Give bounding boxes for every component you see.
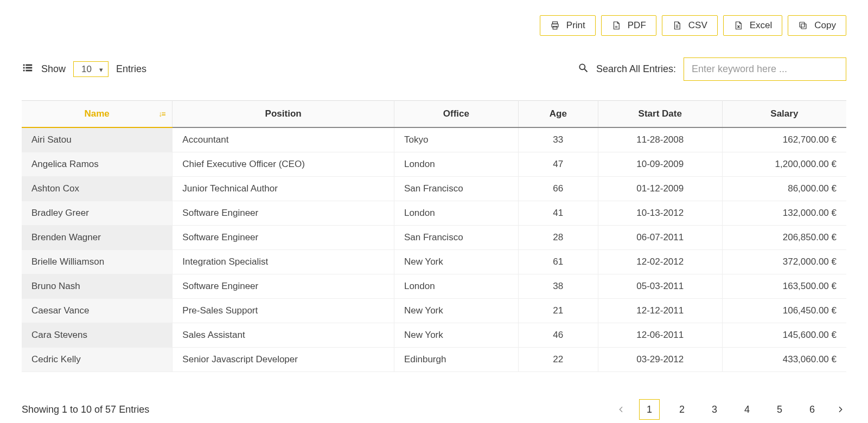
cell-office: London [394,274,518,299]
cell-office: New York [394,323,518,348]
cell-salary: 433,060.00 € [722,348,846,372]
page-number-3[interactable]: 3 [704,399,725,420]
cell-age: 41 [518,201,598,226]
table-row: Cara StevensSales AssistantNew York4612-… [22,323,846,348]
table-row: Caesar VancePre-Sales SupportNew York211… [22,299,846,323]
cell-age: 21 [518,299,598,323]
cell-age: 33 [518,127,598,152]
table-info: Showing 1 to 10 of 57 Entries [22,404,149,415]
cell-age: 47 [518,152,598,177]
excel-label: Excel [750,20,773,31]
cell-office: Tokyo [394,127,518,152]
table-row: Brenden WagnerSoftware EngineerSan Franc… [22,226,846,250]
cell-start-date: 12-06-2011 [598,323,722,348]
list-icon [22,62,34,76]
csv-button[interactable]: CSV [662,15,718,36]
cell-age: 61 [518,250,598,274]
page-number-1[interactable]: 1 [639,399,660,420]
pdf-file-icon [611,21,621,30]
svg-rect-8 [25,67,32,69]
cell-office: Edinburgh [394,348,518,372]
csv-label: CSV [688,20,707,31]
show-label: Show [41,63,66,75]
cell-age: 22 [518,348,598,372]
svg-rect-4 [800,22,805,27]
page-prev[interactable] [615,403,627,415]
cell-position: Junior Technical Author [173,177,394,201]
page-length-select[interactable]: 10 [73,61,108,77]
cell-position: Software Engineer [173,274,394,299]
cell-position: Software Engineer [173,201,394,226]
page-next[interactable] [834,403,846,415]
column-header-name[interactable]: Name ↓≡ [22,101,173,128]
svg-rect-5 [23,65,25,66]
cell-name: Caesar Vance [22,299,173,323]
print-button[interactable]: Print [540,15,596,36]
cell-start-date: 11-28-2008 [598,127,722,152]
cell-start-date: 01-12-2009 [598,177,722,201]
cell-office: London [394,152,518,177]
excel-file-icon [733,21,743,30]
cell-position: Software Engineer [173,226,394,250]
cell-salary: 86,000.00 € [722,177,846,201]
cell-salary: 162,700.00 € [722,127,846,152]
svg-rect-9 [23,70,25,72]
table-row: Ashton CoxJunior Technical AuthorSan Fra… [22,177,846,201]
cell-name: Brenden Wagner [22,226,173,250]
table-footer: Showing 1 to 10 of 57 Entries 123456 [22,399,846,420]
cell-office: San Francisco [394,226,518,250]
cell-salary: 206,850.00 € [722,226,846,250]
column-header-office[interactable]: Office [394,101,518,128]
cell-age: 38 [518,274,598,299]
table-row: Bradley GreerSoftware EngineerLondon4110… [22,201,846,226]
page-number-4[interactable]: 4 [737,399,757,420]
cell-position: Integration Specialist [173,250,394,274]
cell-office: San Francisco [394,177,518,201]
cell-salary: 1,200,000.00 € [722,152,846,177]
svg-rect-7 [23,67,25,69]
cell-salary: 372,000.00 € [722,250,846,274]
pagination: 123456 [615,399,846,420]
svg-rect-2 [553,27,557,29]
copy-button[interactable]: Copy [788,15,846,36]
table-row: Angelica RamosChief Executive Officer (C… [22,152,846,177]
svg-line-12 [584,69,587,72]
cell-name: Angelica Ramos [22,152,173,177]
csv-file-icon [672,21,682,30]
cell-start-date: 06-07-2011 [598,226,722,250]
column-header-age[interactable]: Age [518,101,598,128]
cell-start-date: 10-13-2012 [598,201,722,226]
cell-office: London [394,201,518,226]
search-label: Search All Entries: [596,63,676,75]
cell-name: Airi Satou [22,127,173,152]
search-input[interactable] [684,57,846,81]
cell-position: Accountant [173,127,394,152]
copy-label: Copy [814,20,836,31]
table-row: Airi SatouAccountantTokyo3311-28-2008162… [22,127,846,152]
cell-name: Brielle Williamson [22,250,173,274]
search-icon [578,62,589,76]
cell-salary: 145,600.00 € [722,323,846,348]
cell-name: Ashton Cox [22,177,173,201]
column-header-position[interactable]: Position [173,101,394,128]
excel-button[interactable]: Excel [723,15,783,36]
sort-asc-icon: ↓≡ [158,110,164,118]
length-control: Show 10 Entries [22,61,146,77]
cell-name: Bradley Greer [22,201,173,226]
cell-name: Cedric Kelly [22,348,173,372]
cell-salary: 106,450.00 € [722,299,846,323]
column-header-start-date[interactable]: Start Date [598,101,722,128]
page-number-6[interactable]: 6 [802,399,822,420]
cell-start-date: 03-29-2012 [598,348,722,372]
cell-start-date: 10-09-2009 [598,152,722,177]
cell-start-date: 12-12-2011 [598,299,722,323]
cell-start-date: 12-02-2012 [598,250,722,274]
search-control: Search All Entries: [578,57,846,81]
page-number-2[interactable]: 2 [672,399,692,420]
page-number-5[interactable]: 5 [769,399,790,420]
cell-position: Sales Assistant [173,323,394,348]
cell-position: Chief Executive Officer (CEO) [173,152,394,177]
cell-name: Bruno Nash [22,274,173,299]
column-header-salary[interactable]: Salary [722,101,846,128]
pdf-button[interactable]: PDF [601,15,656,36]
